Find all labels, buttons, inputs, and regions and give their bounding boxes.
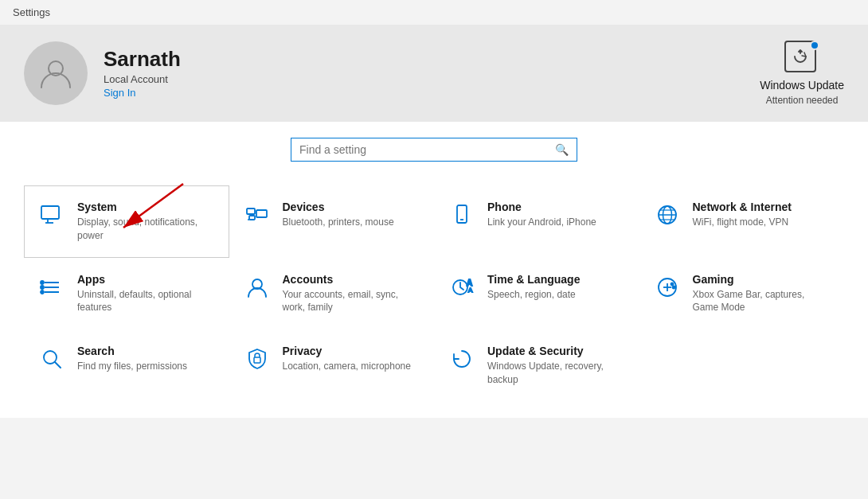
devices-label: Devices [283, 201, 394, 213]
devices-desc: Bluetooth, printers, mouse [283, 216, 394, 229]
time-icon: A A [448, 275, 476, 300]
setting-item-privacy[interactable]: Privacy Location, camera, microphone [229, 329, 435, 402]
network-desc: WiFi, flight mode, VPN [693, 216, 792, 229]
network-icon [653, 202, 682, 228]
svg-point-31 [672, 286, 674, 288]
svg-rect-7 [249, 216, 255, 220]
time-desc: Speech, region, date [487, 288, 580, 302]
sign-in-link[interactable]: Sign In [104, 87, 135, 99]
avatar [24, 41, 88, 105]
svg-point-22 [41, 290, 44, 294]
top-bar: Settings [0, 0, 868, 25]
main-content: System Display, sound, notifications, po… [0, 170, 868, 418]
update-badge [810, 41, 819, 50]
update-sublabel: Attention needed [766, 95, 839, 106]
setting-item-apps[interactable]: Apps Uninstall, defaults, optional featu… [24, 258, 229, 330]
search-box[interactable]: 🔍 [291, 138, 577, 162]
svg-point-21 [41, 286, 44, 289]
setting-item-gaming[interactable]: Gaming Xbox Game Bar, captures, Game Mod… [639, 258, 845, 330]
search-section: 🔍 [0, 122, 868, 170]
svg-text:A: A [468, 287, 473, 294]
svg-rect-6 [247, 209, 255, 214]
apps-desc: Uninstall, defaults, optional features [77, 288, 216, 315]
search-settings-desc: Find my files, permissions [77, 360, 187, 373]
gaming-desc: Xbox Game Bar, captures, Game Mode [693, 288, 831, 315]
phone-label: Phone [487, 201, 596, 213]
svg-point-30 [671, 283, 673, 285]
update-label: Update & Security [487, 345, 626, 357]
setting-item-search[interactable]: Search Find my files, permissions [24, 329, 229, 402]
time-label: Time & Language [487, 273, 580, 286]
svg-rect-8 [256, 210, 267, 217]
search-settings-label: Search [77, 345, 187, 357]
setting-item-network[interactable]: Network & Internet WiFi, flight mode, VP… [639, 185, 845, 258]
setting-item-system[interactable]: System Display, sound, notifications, po… [24, 185, 229, 258]
setting-item-time[interactable]: A A Time & Language Speech, region, date [434, 258, 639, 330]
setting-item-devices[interactable]: Devices Bluetooth, printers, mouse [229, 185, 435, 258]
svg-rect-34 [254, 357, 260, 363]
system-desc: Display, sound, notifications, power [77, 216, 216, 243]
apps-label: Apps [77, 273, 216, 286]
gaming-icon [653, 275, 682, 300]
apps-icon [37, 275, 66, 300]
setting-item-update[interactable]: Update & Security Windows Update, recove… [434, 329, 639, 402]
phone-icon [448, 202, 476, 228]
search-icon: 🔍 [555, 143, 569, 156]
svg-rect-3 [41, 206, 59, 219]
account-type: Local Account [104, 73, 181, 85]
privacy-label: Privacy [283, 345, 411, 357]
accounts-icon [243, 275, 272, 300]
network-label: Network & Internet [693, 201, 792, 213]
profile-section: Sarnath Local Account Sign In Windows Up… [0, 25, 868, 122]
update-label: Windows Update [760, 79, 844, 92]
search-input[interactable] [299, 143, 555, 156]
accounts-label: Accounts [283, 273, 421, 286]
accounts-desc: Your accounts, email, sync, work, family [283, 288, 421, 315]
windows-update-panel[interactable]: Windows Update Attention needed [760, 41, 844, 106]
svg-point-20 [41, 281, 44, 284]
system-icon [37, 202, 66, 228]
svg-line-33 [55, 362, 61, 368]
search-settings-icon [37, 346, 66, 372]
setting-item-accounts[interactable]: Accounts Your accounts, email, sync, wor… [229, 258, 435, 330]
gaming-label: Gaming [693, 273, 831, 286]
app-title: Settings [13, 6, 50, 18]
system-label: System [77, 201, 216, 213]
update-desc: Windows Update, recovery, backup [487, 360, 626, 387]
update-security-icon [448, 346, 476, 372]
setting-item-phone[interactable]: Phone Link your Android, iPhone [434, 185, 639, 258]
profile-name: Sarnath [104, 47, 181, 72]
privacy-desc: Location, camera, microphone [283, 360, 411, 373]
settings-grid: System Display, sound, notifications, po… [0, 170, 868, 418]
privacy-icon [243, 346, 272, 372]
devices-icon [243, 202, 272, 228]
phone-desc: Link your Android, iPhone [487, 216, 596, 229]
